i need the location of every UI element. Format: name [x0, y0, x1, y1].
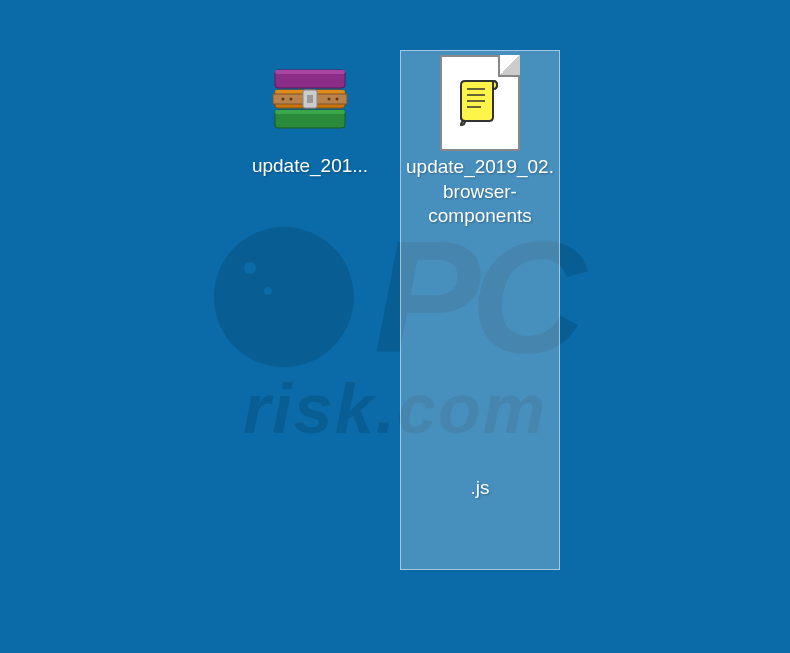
rar-archive-icon — [262, 54, 358, 150]
svg-point-9 — [282, 98, 285, 101]
js-file-icon — [432, 55, 528, 151]
svg-point-10 — [290, 98, 293, 101]
svg-point-12 — [336, 98, 339, 101]
desktop-icon-js-file[interactable]: update_2019_02.browser-components .js — [400, 50, 560, 570]
desktop-icons-container: update_201... update_2019_02.browser-com… — [0, 0, 790, 570]
icon-label-rar: update_201... — [252, 154, 368, 179]
svg-rect-1 — [275, 70, 345, 74]
svg-rect-8 — [307, 95, 313, 103]
svg-rect-5 — [275, 110, 345, 114]
desktop-icon-rar-archive[interactable]: update_201... — [230, 50, 390, 570]
icon-label-js: update_2019_02.browser-components .js — [403, 155, 558, 565]
svg-point-11 — [328, 98, 331, 101]
